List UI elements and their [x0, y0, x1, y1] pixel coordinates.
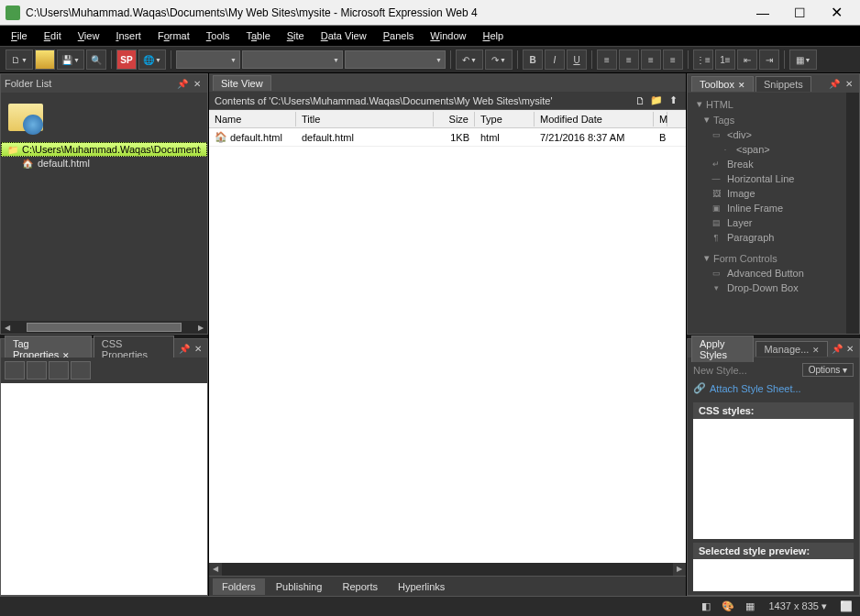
col-type[interactable]: Type — [475, 112, 535, 126]
attach-stylesheet-link[interactable]: 🔗 Attach Style Sheet... — [693, 379, 854, 399]
menu-insert[interactable]: Insert — [108, 28, 149, 43]
css-styles-list[interactable] — [693, 419, 854, 539]
col-size[interactable]: Size — [434, 112, 475, 126]
file-table-blank[interactable] — [209, 147, 686, 563]
status-visual-aids-icon[interactable]: ◧ — [698, 600, 714, 614]
align-center-button[interactable]: ≡ — [619, 50, 639, 70]
tag-props-btn3[interactable] — [49, 361, 69, 380]
toolbox-item-image[interactable]: 🖼Image — [693, 186, 854, 201]
redo-button[interactable]: ↷▼ — [485, 50, 513, 70]
align-justify-button[interactable]: ≡ — [663, 50, 683, 70]
menu-format[interactable]: Format — [150, 28, 197, 43]
menu-table[interactable]: Table — [238, 28, 277, 43]
col-m[interactable]: M — [654, 112, 667, 126]
menu-window[interactable]: Window — [423, 28, 473, 43]
menu-panels[interactable]: Panels — [376, 28, 422, 43]
italic-button[interactable]: I — [545, 50, 565, 70]
menu-file[interactable]: File — [4, 28, 35, 43]
menu-edit[interactable]: Edit — [37, 28, 69, 43]
toolbox-item-layer[interactable]: ▤Layer — [693, 215, 854, 230]
toolbox-item-iframe[interactable]: ▣Inline Frame — [693, 201, 854, 215]
style-combo[interactable]: ▼ — [176, 50, 240, 69]
close-button[interactable]: ✕ — [818, 0, 854, 26]
outdent-button[interactable]: ⇤ — [737, 50, 757, 70]
font-combo[interactable]: ▼ — [242, 50, 343, 69]
col-modified[interactable]: Modified Date — [535, 112, 654, 126]
toolbox-group-tags[interactable]: ▾Tags — [693, 112, 854, 127]
tab-snippets[interactable]: Snippets — [755, 76, 811, 92]
indent-button[interactable]: ⇥ — [759, 50, 779, 70]
align-right-button[interactable]: ≡ — [641, 50, 661, 70]
tab-folders[interactable]: Folders — [213, 578, 265, 595]
browser-preview-button[interactable]: 🌐▼ — [138, 50, 166, 70]
tab-reports[interactable]: Reports — [333, 578, 387, 595]
underline-button[interactable]: U — [567, 50, 587, 70]
toolbox-group-html[interactable]: ▾HTML — [693, 96, 854, 112]
pin-icon[interactable]: 📌 — [828, 77, 841, 90]
toolbox-item-span[interactable]: ·<span> — [693, 142, 854, 157]
status-css-icon[interactable]: ▦ — [742, 600, 758, 614]
new-button[interactable]: 🗋▼ — [6, 50, 33, 70]
toolbox-item-div[interactable]: ▭<div> — [693, 127, 854, 142]
up-folder-icon[interactable]: ⬆ — [666, 94, 680, 108]
scroll-left-icon[interactable]: ◀ — [209, 563, 222, 576]
scroll-right-icon[interactable]: ▶ — [673, 563, 686, 576]
scroll-left-icon[interactable]: ◀ — [1, 324, 14, 332]
maximize-button[interactable]: ☐ — [781, 0, 818, 26]
toolbox-item-hr[interactable]: —Horizontal Line — [693, 171, 854, 186]
superpreview-button[interactable]: SP — [116, 50, 137, 70]
scroll-right-icon[interactable]: ▶ — [194, 324, 207, 332]
pin-icon[interactable]: 📌 — [176, 77, 189, 90]
pin-icon[interactable]: 📌 — [178, 342, 190, 355]
toolbox-item-break[interactable]: ↵Break — [693, 157, 854, 171]
col-name[interactable]: Name — [209, 112, 296, 126]
borders-button[interactable]: ▦▼ — [789, 50, 817, 70]
menu-help[interactable]: Help — [475, 28, 511, 43]
tag-props-btn4[interactable] — [71, 361, 91, 380]
new-folder-icon[interactable]: 📁 — [649, 94, 664, 108]
menu-site[interactable]: Site — [280, 28, 312, 43]
bold-button[interactable]: B — [523, 50, 543, 70]
table-row[interactable]: 🏠default.html default.html 1KB html 7/21… — [209, 128, 686, 147]
tab-site-view[interactable]: Site View — [213, 75, 271, 91]
toolbox-scrollbar[interactable] — [846, 93, 859, 334]
tree-root-folder[interactable]: 📁 C:\Users\Muhammad.Waqas\Documents\My W… — [1, 142, 207, 157]
status-style-icon[interactable]: 🎨 — [720, 600, 736, 614]
menu-view[interactable]: View — [71, 28, 107, 43]
close-panel-icon[interactable]: ✕ — [191, 77, 204, 90]
tag-props-btn1[interactable] — [5, 361, 25, 380]
undo-button[interactable]: ↶▼ — [456, 50, 483, 70]
scroll-thumb[interactable] — [27, 323, 182, 332]
tree-file-default[interactable]: 🏠 default.html — [1, 157, 207, 170]
scroll-track[interactable] — [222, 563, 673, 576]
tab-toolbox[interactable]: Toolbox✕ — [691, 76, 754, 92]
site-folder-icon[interactable] — [8, 100, 45, 135]
numbering-button[interactable]: 1≡ — [715, 50, 735, 70]
pin-icon[interactable]: 📌 — [832, 342, 843, 355]
tab-hyperlinks[interactable]: Hyperlinks — [389, 578, 454, 595]
new-style-link[interactable]: New Style... — [693, 365, 747, 376]
preview-button[interactable]: 🔍 — [86, 50, 106, 70]
save-button[interactable]: 💾▼ — [57, 50, 84, 70]
toolbox-item-paragraph[interactable]: ¶Paragraph — [693, 230, 854, 245]
minimize-button[interactable]: — — [744, 0, 781, 26]
tag-props-btn2[interactable] — [27, 361, 47, 380]
align-left-button[interactable]: ≡ — [597, 50, 617, 70]
bullets-button[interactable]: ⋮≡ — [693, 50, 713, 70]
toolbox-item-dropdown[interactable]: ▾Drop-Down Box — [693, 280, 854, 295]
tab-publishing[interactable]: Publishing — [267, 578, 332, 595]
tag-props-grid[interactable] — [1, 383, 207, 595]
toolbox-item-advbutton[interactable]: ▭Advanced Button — [693, 266, 854, 280]
col-title[interactable]: Title — [296, 112, 434, 126]
folder-list-scrollbar[interactable]: ◀ ▶ — [1, 321, 207, 334]
toolbox-group-formcontrols[interactable]: ▾Form Controls — [693, 250, 854, 266]
open-button[interactable] — [35, 50, 55, 70]
close-panel-icon[interactable]: ✕ — [192, 342, 204, 355]
center-scrollbar[interactable]: ◀ ▶ — [209, 563, 686, 576]
close-panel-icon[interactable]: ✕ — [843, 77, 855, 90]
options-button[interactable]: Options ▾ — [802, 363, 854, 377]
menu-dataview[interactable]: Data View — [314, 28, 374, 43]
tab-manage-styles[interactable]: Manage...✕ — [755, 341, 828, 357]
close-panel-icon[interactable]: ✕ — [844, 342, 855, 355]
fontsize-combo[interactable]: ▼ — [345, 50, 446, 69]
